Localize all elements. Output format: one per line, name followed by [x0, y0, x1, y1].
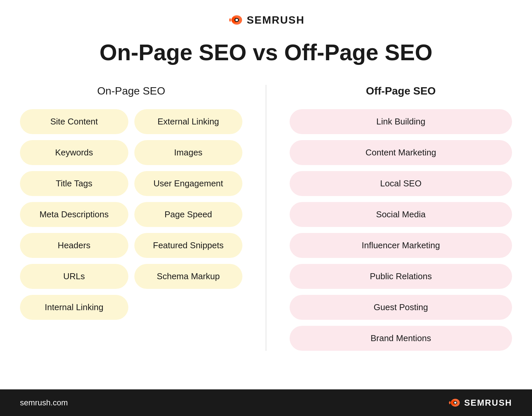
page-title: On-Page SEO vs Off-Page SEO [99, 40, 432, 65]
offpage-pill: Local SEO [290, 171, 512, 196]
onpage-left-pill: Headers [20, 233, 128, 258]
offpage-pill: Link Building [290, 109, 512, 134]
logo-area: SEMRUSH [227, 13, 305, 27]
footer-url: semrush.com [20, 398, 68, 407]
onpage-right-pill: Featured Snippets [134, 233, 243, 258]
svg-point-3 [235, 19, 238, 21]
onpage-left-pill: Site Content [20, 109, 128, 134]
onpage-left-pill: URLs [20, 264, 128, 289]
columns-wrapper: On-Page SEO Site ContentExternal Linking… [20, 85, 512, 351]
offpage-pill: Brand Mentions [290, 326, 512, 351]
onpage-column: On-Page SEO Site ContentExternal Linking… [20, 85, 242, 351]
onpage-left-pill: Title Tags [20, 171, 128, 196]
onpage-left-pill: Keywords [20, 140, 128, 165]
onpage-grid: Site ContentExternal LinkingKeywordsImag… [20, 109, 242, 320]
onpage-right-pill: External Linking [134, 109, 243, 134]
footer: semrush.com SEMRUSH [0, 389, 532, 416]
offpage-pill: Content Marketing [290, 140, 512, 165]
onpage-right-pill: Page Speed [134, 202, 243, 227]
onpage-column-title: On-Page SEO [97, 85, 165, 97]
footer-logo-area: SEMRUSH [448, 397, 512, 408]
offpage-column-title: Off-Page SEO [366, 85, 436, 97]
svg-point-7 [454, 402, 457, 404]
footer-semrush-icon [448, 397, 461, 408]
offpage-pill: Guest Posting [290, 295, 512, 320]
onpage-right-pill: User Engagement [134, 171, 243, 196]
offpage-pill: Influencer Marketing [290, 233, 512, 258]
onpage-left-pill: Internal Linking [20, 295, 128, 320]
offpage-column: Off-Page SEO Link BuildingContent Market… [290, 85, 512, 351]
offpage-pill: Public Relations [290, 264, 512, 289]
offpage-pill: Social Media [290, 202, 512, 227]
onpage-right-pill: Schema Markup [134, 264, 243, 289]
offpage-list: Link BuildingContent MarketingLocal SEOS… [290, 109, 512, 351]
onpage-left-pill: Meta Descriptions [20, 202, 128, 227]
main-content: SEMRUSH On-Page SEO vs Off-Page SEO On-P… [0, 0, 532, 389]
semrush-logo-icon [227, 13, 243, 27]
onpage-right-pill: Images [134, 140, 243, 165]
footer-logo-text: SEMRUSH [464, 398, 512, 408]
column-divider [266, 85, 266, 351]
header-logo-text: SEMRUSH [247, 14, 305, 26]
